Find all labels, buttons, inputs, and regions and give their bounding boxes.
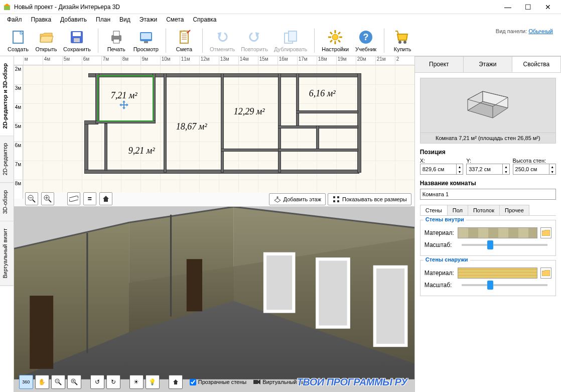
- sun-button[interactable]: ☀: [129, 375, 144, 389]
- subtab-other[interactable]: Прочее: [499, 205, 529, 215]
- svg-text:?: ?: [363, 32, 369, 42]
- menu-plan[interactable]: План: [92, 15, 114, 24]
- zoom-out-3d-button[interactable]: [51, 375, 65, 389]
- orbit-360-button[interactable]: 360: [19, 375, 33, 389]
- inner-material-preview[interactable]: [458, 227, 537, 238]
- menu-floors[interactable]: Этажи: [135, 15, 161, 24]
- svg-rect-0: [4, 6, 10, 10]
- tab-project[interactable]: Проект: [414, 56, 464, 72]
- estimate-icon: [176, 29, 192, 45]
- side-tab-2d3d[interactable]: 2D-редактор и 3D-обзор: [0, 56, 14, 136]
- save-button[interactable]: Сохранить: [61, 27, 93, 55]
- outer-material-browse[interactable]: [540, 268, 551, 279]
- svg-rect-46: [337, 196, 339, 198]
- home-button[interactable]: [99, 192, 112, 205]
- preview-icon: [138, 29, 154, 45]
- y-input[interactable]: ▲▼: [466, 164, 509, 175]
- transparent-walls-checkbox[interactable]: Прозрачные стены: [190, 379, 246, 385]
- room-name-input[interactable]: [420, 189, 556, 200]
- svg-rect-6: [74, 38, 80, 42]
- svg-rect-12: [144, 41, 148, 43]
- svg-point-35: [403, 41, 406, 44]
- measure-button[interactable]: [67, 192, 80, 205]
- light-button[interactable]: 💡: [146, 375, 160, 389]
- plan-view-3d[interactable]: 360 ✋ ↺ ↻ ☀ 💡 Прозрачные стены Виртуальн…: [14, 207, 414, 392]
- menu-edit[interactable]: Правка: [27, 15, 56, 24]
- settings-button[interactable]: Настройки: [320, 27, 351, 55]
- outer-walls-title: Стены снаружи: [424, 256, 470, 263]
- estimate-button[interactable]: Смета: [171, 27, 197, 55]
- print-icon: [108, 29, 124, 45]
- svg-line-28: [330, 32, 332, 34]
- subtab-walls[interactable]: Стены: [420, 205, 448, 215]
- toolbar-3d: 360 ✋ ↺ ↻ ☀ 💡 Прозрачные стены Виртуальн…: [19, 375, 313, 389]
- room-area-label: 9,21 м²: [128, 146, 155, 156]
- home-3d-button[interactable]: [169, 375, 183, 389]
- plan-view-2d[interactable]: м4м5м6м7м8м9м10м11м12м13м14м15м16м17м18м…: [14, 56, 414, 207]
- app-icon: [3, 3, 11, 11]
- new-button[interactable]: Создать: [5, 27, 31, 55]
- svg-point-34: [398, 41, 401, 44]
- svg-line-30: [330, 40, 332, 42]
- tab-floors[interactable]: Этажи: [463, 56, 512, 72]
- side-tab-virtual[interactable]: Виртуальный визит: [0, 221, 14, 286]
- zoom-in-3d-button[interactable]: [67, 375, 81, 389]
- new-icon: [10, 29, 26, 45]
- svg-rect-54: [265, 254, 294, 312]
- move-handle-icon[interactable]: [119, 100, 128, 109]
- menu-estimate[interactable]: Смета: [162, 15, 188, 24]
- preview-button[interactable]: Просмотр: [131, 27, 161, 55]
- panel-mode-link[interactable]: Обычный: [528, 28, 553, 34]
- tab-properties[interactable]: Свойства: [512, 56, 561, 72]
- zoom-out-button[interactable]: [25, 192, 38, 205]
- units-button[interactable]: =: [83, 192, 96, 205]
- menu-add[interactable]: Добавить: [56, 15, 91, 24]
- outer-scale-slider[interactable]: [462, 284, 547, 286]
- x-input[interactable]: ▲▼: [420, 164, 463, 175]
- camera-icon: [253, 379, 260, 384]
- maximize-button[interactable]: ☐: [518, 0, 538, 14]
- buy-button[interactable]: Купить: [389, 27, 415, 55]
- toolbar-2d-right: Добавить этаж Показывать все размеры: [269, 193, 411, 205]
- rotate-right-button[interactable]: ↻: [106, 375, 120, 389]
- menu-file[interactable]: Файл: [3, 15, 26, 24]
- inner-scale-slider[interactable]: [462, 244, 547, 246]
- svg-marker-1: [4, 4, 11, 6]
- svg-line-40: [49, 200, 51, 202]
- scene-3d: [14, 207, 414, 379]
- dimensions-icon: [332, 195, 340, 203]
- zoom-in-button[interactable]: [41, 192, 54, 205]
- side-tab-3d[interactable]: 3D-обзор: [0, 183, 14, 221]
- add-floor-button[interactable]: Добавить этаж: [269, 193, 326, 205]
- show-sizes-button[interactable]: Показывать все размеры: [328, 193, 411, 205]
- open-button[interactable]: Открыть: [33, 27, 59, 55]
- help-button[interactable]: ?Учебник: [353, 27, 379, 55]
- menu-view[interactable]: Вид: [115, 15, 134, 24]
- outer-material-preview[interactable]: [458, 268, 537, 279]
- window-title: Новый проект - Дизайн Интерьера 3D: [14, 4, 498, 11]
- rotate-left-button[interactable]: ↺: [90, 375, 104, 389]
- room-name-title: Название комнаты: [420, 180, 556, 187]
- inner-material-browse[interactable]: [540, 227, 551, 238]
- title-bar: Новый проект - Дизайн Интерьера 3D — ☐ ✕: [0, 0, 561, 14]
- svg-rect-45: [333, 196, 335, 198]
- svg-line-31: [338, 32, 340, 34]
- wall-height-input[interactable]: ▲▼: [513, 164, 556, 175]
- svg-rect-43: [69, 196, 78, 202]
- print-button[interactable]: Печать: [103, 27, 129, 55]
- close-button[interactable]: ✕: [538, 0, 558, 14]
- pan-button[interactable]: ✋: [35, 375, 49, 389]
- svg-rect-48: [337, 200, 339, 202]
- duplicate-button: Дублировать: [272, 27, 309, 55]
- main-toolbar: СоздатьОткрытьСохранитьПечатьПросмотрСме…: [0, 25, 561, 56]
- ruler-horizontal: м4м5м6м7м8м9м10м11м12м13м14м15м16м17м18м…: [14, 56, 414, 65]
- subtab-ceiling[interactable]: Потолок: [468, 205, 500, 215]
- room-area-label: 7,21 м²: [111, 90, 137, 101]
- minimize-button[interactable]: —: [498, 0, 518, 14]
- subtab-floor[interactable]: Пол: [447, 205, 468, 215]
- plan-canvas[interactable]: 7,21 м²6,16 м²12,29 м²18,67 м²9,21 м²: [23, 65, 414, 192]
- save-icon: [69, 29, 85, 45]
- side-tab-2d[interactable]: 2D-редактор: [0, 136, 14, 183]
- svg-rect-11: [141, 33, 151, 39]
- menu-help[interactable]: Справка: [189, 15, 220, 24]
